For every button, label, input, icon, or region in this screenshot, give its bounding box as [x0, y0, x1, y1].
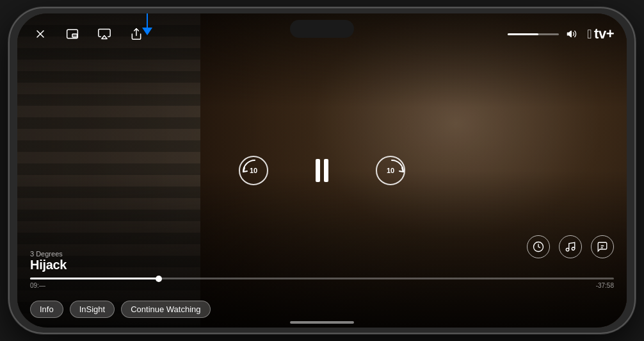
volume-button[interactable]	[564, 26, 579, 42]
screen:  tv+	[17, 13, 627, 328]
progress-container[interactable]	[30, 278, 614, 279]
skip-back-circle: 10	[239, 156, 268, 185]
blue-arrow-head	[142, 28, 152, 35]
speedometer-icon	[533, 241, 544, 253]
appletv-logo:  tv+	[587, 26, 614, 42]
top-right-controls:  tv+	[508, 26, 614, 42]
volume-bar[interactable]	[508, 33, 559, 35]
progress-fill	[30, 278, 159, 279]
pause-bar-left	[316, 159, 320, 182]
insight-button[interactable]: InSight	[70, 301, 115, 318]
share-icon	[130, 28, 143, 40]
audio-track-button[interactable]	[559, 235, 582, 258]
skip-back-button[interactable]: 10	[237, 154, 270, 187]
home-indicator	[290, 321, 354, 324]
airplay-icon	[98, 28, 111, 40]
skip-forward-button[interactable]: 10	[374, 154, 407, 187]
controls-overlay:  tv+	[17, 13, 627, 328]
center-controls: 10	[237, 154, 407, 187]
apple-icon: 	[587, 27, 592, 42]
appletv-text: tv+	[594, 26, 614, 42]
skip-forward-circle: 10	[376, 156, 405, 185]
phone-container:  tv+	[0, 0, 644, 341]
side-button	[8, 111, 10, 146]
info-button[interactable]: Info	[30, 301, 63, 318]
progress-thumb	[156, 276, 162, 282]
volume-area	[508, 26, 579, 42]
dynamic-island	[290, 20, 354, 38]
time-labels: 09:— -37:58	[30, 282, 614, 289]
continue-watching-button[interactable]: Continue Watching	[121, 301, 210, 318]
svg-point-9	[572, 247, 575, 251]
phone-frame:  tv+	[8, 7, 636, 334]
progress-bar[interactable]	[30, 278, 614, 279]
pause-bar-right	[324, 159, 328, 182]
svg-point-8	[566, 248, 569, 251]
subtitles-icon	[597, 241, 608, 253]
close-icon	[34, 28, 47, 40]
pip-button[interactable]	[62, 24, 83, 44]
skip-back-number: 10	[250, 167, 257, 174]
volume-icon	[567, 29, 577, 39]
playback-speed-button[interactable]	[527, 235, 550, 258]
blue-arrow-indicator	[142, 13, 152, 35]
audio-track-icon	[565, 241, 576, 253]
airplay-button[interactable]	[94, 24, 115, 44]
skip-forward-number: 10	[387, 167, 394, 174]
pause-button[interactable]	[308, 156, 336, 185]
svg-marker-6	[568, 31, 572, 37]
blue-arrow-line	[147, 13, 148, 28]
svg-marker-4	[102, 36, 107, 39]
volume-fill	[508, 33, 538, 35]
subtitles-button[interactable]	[591, 235, 614, 258]
pip-icon	[66, 28, 79, 40]
action-buttons: Info InSight Continue Watching	[30, 301, 614, 318]
top-left-controls	[30, 24, 147, 44]
right-extra-controls	[527, 235, 614, 258]
show-title: Hijack	[30, 258, 614, 272]
time-current: 09:—	[30, 282, 45, 289]
close-button[interactable]	[30, 24, 51, 44]
svg-rect-3	[72, 34, 77, 37]
time-remaining: -37:58	[596, 282, 614, 289]
